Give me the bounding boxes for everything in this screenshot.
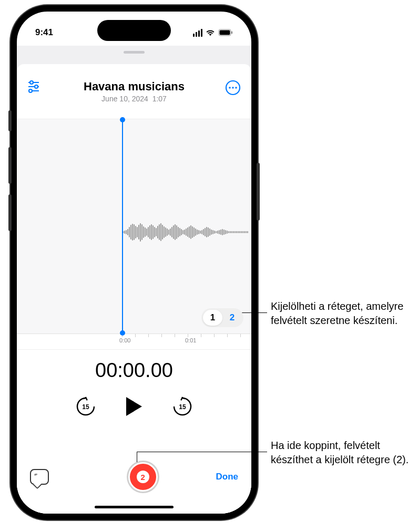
svg-point-6 (35, 85, 38, 88)
recording-editor: Havana musicians June 10, 2024 1:07 1 2 … (17, 64, 251, 514)
record-layer-badge: 2 (137, 471, 149, 483)
battery-icon (218, 29, 233, 36)
svg-rect-1 (220, 30, 230, 35)
callout-layer-selector: Kijelölheti a réteget, amelyre felvételt… (271, 299, 413, 328)
recording-title[interactable]: Havana musicians (27, 80, 241, 93)
callout-record-button: Ha ide koppint, felvételt készíthet a ki… (271, 439, 413, 467)
home-indicator[interactable] (95, 506, 174, 508)
svg-rect-2 (231, 32, 232, 34)
timer-display: 00:00.00 (17, 359, 251, 382)
callout-line (137, 452, 137, 462)
status-icons (193, 29, 233, 37)
bottom-bar: “” 2 Done (17, 461, 251, 493)
volume-down (8, 194, 12, 231)
callout-line (137, 452, 267, 452)
status-time: 9:41 (35, 27, 53, 38)
svg-point-11 (232, 87, 234, 89)
playback-controls: 15 15 (17, 395, 251, 418)
time-ruler: 0:00 0:01 (17, 333, 251, 349)
skip-back-15-button[interactable]: 15 (74, 395, 97, 418)
layer-selector[interactable]: 1 2 (201, 308, 243, 327)
svg-point-12 (235, 87, 237, 89)
settings-sliders-icon[interactable] (27, 80, 43, 96)
waveform (123, 222, 251, 243)
side-button (257, 163, 260, 221)
playhead[interactable] (122, 119, 123, 333)
recording-subtitle: June 10, 2024 1:07 (27, 95, 241, 103)
play-button[interactable] (124, 395, 145, 418)
phone-frame: 9:41 Havana musicians June 10, 2024 1:07 (11, 5, 258, 520)
header: Havana musicians June 10, 2024 1:07 (17, 64, 251, 108)
svg-text:15: 15 (179, 403, 186, 411)
svg-text:15: 15 (82, 403, 89, 411)
modal-grabber[interactable] (124, 51, 145, 54)
transcript-button[interactable]: “” (30, 469, 49, 485)
cellular-signal-icon (193, 29, 202, 37)
wifi-icon (206, 29, 215, 36)
recording-date: June 10, 2024 (101, 95, 148, 103)
more-options-icon[interactable] (225, 80, 241, 96)
svg-point-4 (30, 81, 33, 84)
ringer-switch (8, 110, 12, 131)
time-mark-1: 0:01 (185, 337, 196, 343)
dynamic-island (97, 20, 171, 41)
recording-duration: 1:07 (152, 95, 167, 103)
svg-point-10 (229, 87, 231, 89)
layer-option-1[interactable]: 1 (203, 310, 222, 326)
waveform-area[interactable]: 1 2 0:00 0:01 (17, 119, 251, 350)
layer-option-2[interactable]: 2 (222, 310, 242, 326)
time-mark-0: 0:00 (119, 337, 130, 343)
done-button[interactable]: Done (216, 472, 239, 482)
screen: 9:41 Havana musicians June 10, 2024 1:07 (17, 12, 251, 514)
volume-up (8, 147, 12, 184)
svg-point-8 (29, 89, 32, 92)
skip-forward-15-button[interactable]: 15 (171, 395, 194, 418)
record-button[interactable]: 2 (128, 462, 158, 492)
